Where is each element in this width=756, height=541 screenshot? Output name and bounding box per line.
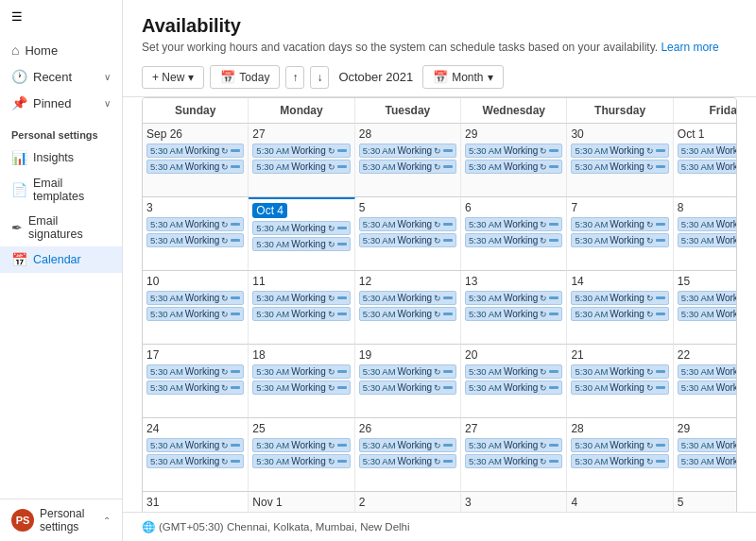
calendar-cell[interactable]: 25:30 AMWorking↻5:30 AMWorking↻ xyxy=(355,492,461,512)
calendar-cell[interactable]: 205:30 AMWorking↻5:30 AMWorking↻ xyxy=(461,345,567,418)
working-block[interactable]: 5:30 AMWorking↻ xyxy=(678,307,737,321)
calendar-cell[interactable]: Nov 15:30 AMWorking↻5:30 AMWorking↻ xyxy=(249,492,354,512)
working-block[interactable]: 5:30 AMWorking↻ xyxy=(571,233,668,247)
working-block[interactable]: 5:30 AMWorking↻ xyxy=(465,454,562,468)
calendar-cell[interactable]: 255:30 AMWorking↻5:30 AMWorking↻ xyxy=(249,418,354,492)
sidebar-item-recent[interactable]: 🕐 Recent ∨ xyxy=(0,63,122,90)
working-block[interactable]: 5:30 AMWorking↻ xyxy=(252,291,350,305)
working-block[interactable]: 5:30 AMWorking↻ xyxy=(146,144,244,158)
working-block[interactable]: 5:30 AMWorking↻ xyxy=(465,160,562,174)
working-block[interactable]: 5:30 AMWorking↻ xyxy=(571,307,668,321)
working-block[interactable]: 5:30 AMWorking↻ xyxy=(252,364,350,379)
working-block[interactable]: 5:30 AMWorking↻ xyxy=(252,438,350,452)
calendar-cell[interactable]: 305:30 AMWorking↻5:30 AMWorking↻ xyxy=(567,124,673,197)
calendar-cell[interactable]: 285:30 AMWorking↻5:30 AMWorking↻ xyxy=(567,418,673,492)
calendar-cell[interactable]: 185:30 AMWorking↻5:30 AMWorking↻ xyxy=(249,345,354,418)
working-block[interactable]: 5:30 AMWorking↻ xyxy=(359,291,456,305)
working-block[interactable]: 5:30 AMWorking↻ xyxy=(252,221,350,235)
calendar-cell[interactable]: 195:30 AMWorking↻5:30 AMWorking↻ xyxy=(355,345,461,418)
sidebar-item-email-signatures[interactable]: ✒ Email signatures xyxy=(0,209,122,246)
working-block[interactable]: 5:30 AMWorking↻ xyxy=(146,217,244,231)
working-block[interactable]: 5:30 AMWorking↻ xyxy=(678,291,737,305)
calendar-cell[interactable]: 35:30 AMWorking↻5:30 AMWorking↻ xyxy=(143,197,249,271)
calendar-cell[interactable]: 275:30 AMWorking↻5:30 AMWorking↻ xyxy=(461,418,567,492)
working-block[interactable]: 5:30 AMWorking↻ xyxy=(465,380,562,395)
working-block[interactable]: 5:30 AMWorking↻ xyxy=(252,307,350,321)
working-block[interactable]: 5:30 AMWorking↻ xyxy=(359,160,456,174)
working-block[interactable]: 5:30 AMWorking↻ xyxy=(571,380,668,395)
month-view-button[interactable]: 📅 Month ▾ xyxy=(422,65,503,89)
today-button[interactable]: 📅 Today xyxy=(210,65,280,89)
working-block[interactable]: 5:30 AMWorking↻ xyxy=(252,144,350,158)
calendar-cell[interactable]: 55:30 AMWorking↻5:30 AMWorking↻ xyxy=(674,492,737,512)
calendar-cell[interactable]: 155:30 AMWorking↻5:30 AMWorking↻ xyxy=(674,271,737,345)
calendar-cell[interactable]: 55:30 AMWorking↻5:30 AMWorking↻ xyxy=(355,197,461,271)
sidebar-item-home[interactable]: ⌂ Home xyxy=(0,37,122,63)
calendar-cell[interactable]: 125:30 AMWorking↻5:30 AMWorking↻ xyxy=(355,271,461,345)
working-block[interactable]: 5:30 AMWorking↻ xyxy=(571,144,668,158)
working-block[interactable]: 5:30 AMWorking↻ xyxy=(359,144,456,158)
working-block[interactable]: 5:30 AMWorking↻ xyxy=(465,291,562,305)
working-block[interactable]: 5:30 AMWorking↻ xyxy=(678,364,737,379)
calendar-cell[interactable]: 265:30 AMWorking↻5:30 AMWorking↻ xyxy=(355,418,461,492)
sidebar-item-calendar[interactable]: 📅 Calendar xyxy=(0,246,122,273)
working-block[interactable]: 5:30 AMWorking↻ xyxy=(678,380,737,395)
calendar-cell[interactable]: 295:30 AMWorking↻5:30 AMWorking↻ xyxy=(461,124,567,197)
working-block[interactable]: 5:30 AMWorking↻ xyxy=(678,217,737,231)
working-block[interactable]: 5:30 AMWorking↻ xyxy=(465,217,562,231)
calendar-cell[interactable]: 215:30 AMWorking↻5:30 AMWorking↻ xyxy=(567,345,673,418)
calendar-cell[interactable]: 35:30 AMWorking↻5:30 AMWorking↻ xyxy=(461,492,567,512)
learn-more-link[interactable]: Learn more xyxy=(661,41,718,54)
working-block[interactable]: 5:30 AMWorking↻ xyxy=(465,144,562,158)
calendar-cell[interactable]: 275:30 AMWorking↻5:30 AMWorking↻ xyxy=(249,124,354,197)
calendar-cell[interactable]: Oct 45:30 AMWorking↻5:30 AMWorking↻ xyxy=(249,197,354,271)
working-block[interactable]: 5:30 AMWorking↻ xyxy=(146,364,244,379)
working-block[interactable]: 5:30 AMWorking↻ xyxy=(465,233,562,247)
calendar-cell[interactable]: 245:30 AMWorking↻5:30 AMWorking↻ xyxy=(143,418,249,492)
working-block[interactable]: 5:30 AMWorking↻ xyxy=(571,364,668,379)
working-block[interactable]: 5:30 AMWorking↻ xyxy=(252,237,350,251)
calendar-cell[interactable]: 45:30 AMWorking↻5:30 AMWorking↻ xyxy=(567,492,673,512)
working-block[interactable]: 5:30 AMWorking↻ xyxy=(146,438,244,452)
sidebar-item-pinned[interactable]: 📌 Pinned ∨ xyxy=(0,90,122,116)
calendar-cell[interactable]: 145:30 AMWorking↻5:30 AMWorking↻ xyxy=(567,271,673,345)
working-block[interactable]: 5:30 AMWorking↻ xyxy=(571,160,668,174)
calendar-cell[interactable]: 225:30 AMWorking↻5:30 AMWorking↻ xyxy=(674,345,737,418)
working-block[interactable]: 5:30 AMWorking↻ xyxy=(678,438,737,452)
working-block[interactable]: 5:30 AMWorking↻ xyxy=(252,160,350,174)
working-block[interactable]: 5:30 AMWorking↻ xyxy=(146,233,244,247)
working-block[interactable]: 5:30 AMWorking↻ xyxy=(359,233,456,247)
sidebar-item-insights[interactable]: 📊 Insights xyxy=(0,144,122,171)
working-block[interactable]: 5:30 AMWorking↻ xyxy=(678,144,737,158)
working-block[interactable]: 5:30 AMWorking↻ xyxy=(571,454,668,468)
calendar-cell[interactable]: Sep 265:30 AMWorking↻5:30 AMWorking↻ xyxy=(143,124,249,197)
hamburger-menu[interactable]: ☰ xyxy=(0,0,122,33)
working-block[interactable]: 5:30 AMWorking↻ xyxy=(359,217,456,231)
prev-month-button[interactable]: ↑ xyxy=(285,66,304,89)
working-block[interactable]: 5:30 AMWorking↻ xyxy=(146,454,244,468)
calendar-cell[interactable]: 135:30 AMWorking↻5:30 AMWorking↻ xyxy=(461,271,567,345)
working-block[interactable]: 5:30 AMWorking↻ xyxy=(359,364,456,379)
working-block[interactable]: 5:30 AMWorking↻ xyxy=(146,307,244,321)
working-block[interactable]: 5:30 AMWorking↻ xyxy=(359,380,456,395)
next-month-button[interactable]: ↓ xyxy=(310,66,329,89)
calendar-cell[interactable]: 175:30 AMWorking↻5:30 AMWorking↻ xyxy=(143,345,249,418)
working-block[interactable]: 5:30 AMWorking↻ xyxy=(678,454,737,468)
calendar-cell[interactable]: 65:30 AMWorking↻5:30 AMWorking↻ xyxy=(461,197,567,271)
working-block[interactable]: 5:30 AMWorking↻ xyxy=(252,380,350,395)
calendar-cell[interactable]: 115:30 AMWorking↻5:30 AMWorking↻ xyxy=(249,271,354,345)
working-block[interactable]: 5:30 AMWorking↻ xyxy=(359,307,456,321)
working-block[interactable]: 5:30 AMWorking↻ xyxy=(571,291,668,305)
working-block[interactable]: 5:30 AMWorking↻ xyxy=(571,438,668,452)
calendar-cell[interactable]: 295:30 AMWorking↻5:30 AMWorking↻ xyxy=(674,418,737,492)
working-block[interactable]: 5:30 AMWorking↻ xyxy=(359,454,456,468)
working-block[interactable]: 5:30 AMWorking↻ xyxy=(146,291,244,305)
personal-settings-bottom[interactable]: PS Personal settings ⌃ xyxy=(0,499,122,541)
calendar-cell[interactable]: 75:30 AMWorking↻5:30 AMWorking↻ xyxy=(567,197,673,271)
working-block[interactable]: 5:30 AMWorking↻ xyxy=(359,438,456,452)
calendar-cell[interactable]: 105:30 AMWorking↻5:30 AMWorking↻ xyxy=(143,271,249,345)
working-block[interactable]: 5:30 AMWorking↻ xyxy=(678,160,737,174)
working-block[interactable]: 5:30 AMWorking↻ xyxy=(465,364,562,379)
calendar-cell[interactable]: 85:30 AMWorking↻5:30 AMWorking↻ xyxy=(674,197,737,271)
working-block[interactable]: 5:30 AMWorking↻ xyxy=(678,233,737,247)
